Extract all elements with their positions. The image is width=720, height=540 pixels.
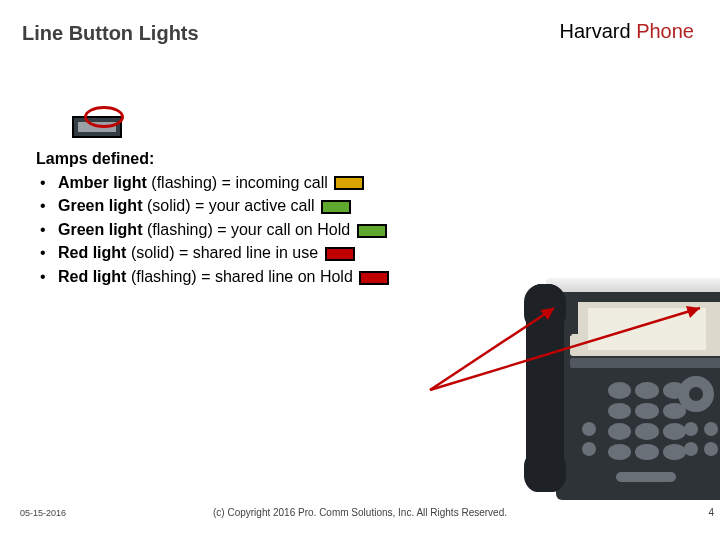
keypad-key [608, 382, 631, 399]
handset [526, 284, 564, 492]
keypad-key [635, 444, 658, 461]
feature-button [582, 442, 596, 456]
brand-main: Harvard [559, 20, 636, 42]
lamp-amber-icon [334, 176, 364, 190]
bullet-item: • Amber light (flashing) = incoming call [36, 172, 466, 194]
bullet-dot-icon: • [40, 172, 46, 194]
feature-button [704, 422, 718, 436]
bullet-rest: (flashing) = shared line on Hold [131, 268, 353, 285]
keypad-key [608, 444, 631, 461]
slide-title: Line Button Lights [22, 22, 199, 45]
brand-accent: Phone [636, 20, 694, 42]
bullet-rest: (solid) = shared line in use [131, 244, 318, 261]
content-header: Lamps defined: [36, 148, 466, 170]
brand: Harvard Phone [559, 20, 694, 43]
bullet-list: • Amber light (flashing) = incoming call… [36, 172, 466, 288]
bullet-item: • Green light (solid) = your active call [36, 195, 466, 217]
feature-button [582, 422, 596, 436]
bullet-rest: (flashing) = your call on Hold [147, 221, 350, 238]
bullet-item: • Green light (flashing) = your call on … [36, 219, 466, 241]
phone-screen [570, 302, 720, 356]
callout-circle-icon [84, 106, 124, 128]
keypad-key [635, 403, 658, 420]
phone-screen-inner [588, 308, 706, 350]
keypad [608, 382, 686, 460]
bullet-dot-icon: • [40, 242, 46, 264]
lamp-green-icon [357, 224, 387, 238]
bullet-bold: Amber light [58, 174, 151, 191]
feature-button [684, 442, 698, 456]
bullet-rest: (flashing) = incoming call [151, 174, 328, 191]
nav-pad [678, 376, 714, 412]
bullet-dot-icon: • [40, 195, 46, 217]
keypad-key [635, 382, 658, 399]
bullet-bold: Green light [58, 221, 147, 238]
bullet-dot-icon: • [40, 266, 46, 288]
bullet-bold: Green light [58, 197, 147, 214]
lamp-red-icon [359, 271, 389, 285]
keypad-key [608, 423, 631, 440]
footer-copyright: (c) Copyright 2016 Pro. Comm Solutions, … [0, 507, 720, 518]
keypad-key [635, 423, 658, 440]
lamp-green-icon [321, 200, 351, 214]
phone-body [556, 292, 720, 500]
bullet-bold: Red light [58, 244, 131, 261]
keypad-key [663, 423, 686, 440]
lamp-header-graphic [72, 100, 126, 150]
bullet-item: • Red light (solid) = shared line in use [36, 242, 466, 264]
footer-page: 4 [708, 507, 714, 518]
bullet-item: • Red light (flashing) = shared line on … [36, 266, 466, 288]
bullet-dot-icon: • [40, 219, 46, 241]
feature-button [704, 442, 718, 456]
slide: Line Button Lights Harvard Phone Lamps d… [0, 0, 720, 540]
keypad-key [663, 444, 686, 461]
lamp-red-icon [325, 247, 355, 261]
volume-bar [616, 472, 676, 482]
bullet-bold: Red light [58, 268, 131, 285]
softkey-bar [570, 358, 720, 368]
content-block: Lamps defined: • Amber light (flashing) … [36, 148, 466, 290]
keypad-key [608, 403, 631, 420]
bullet-rest: (solid) = your active call [147, 197, 315, 214]
phone-illustration [520, 248, 720, 504]
feature-button [684, 422, 698, 436]
